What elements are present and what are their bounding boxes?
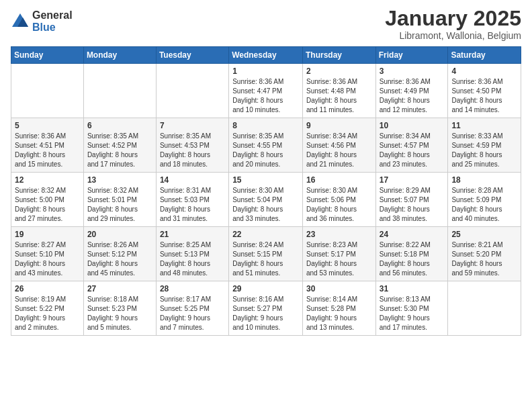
day-info: Sunrise: 8:35 AM Sunset: 4:55 PM Dayligh… (232, 132, 299, 169)
calendar-cell: 27Sunrise: 8:18 AM Sunset: 5:23 PM Dayli… (83, 281, 156, 336)
day-number: 12 (15, 175, 80, 185)
day-number: 30 (306, 284, 372, 293)
header: General Blue January 2025 Libramont, Wal… (11, 7, 521, 41)
calendar-week-4: 19Sunrise: 8:27 AM Sunset: 5:10 PM Dayli… (11, 227, 521, 281)
calendar-cell: 13Sunrise: 8:32 AM Sunset: 5:01 PM Dayli… (83, 173, 156, 227)
calendar-cell: 22Sunrise: 8:24 AM Sunset: 5:15 PM Dayli… (229, 227, 303, 281)
calendar-cell: 25Sunrise: 8:21 AM Sunset: 5:20 PM Dayli… (448, 227, 521, 281)
calendar-week-2: 5Sunrise: 8:36 AM Sunset: 4:51 PM Daylig… (11, 118, 521, 173)
calendar-cell: 7Sunrise: 8:35 AM Sunset: 4:53 PM Daylig… (156, 118, 228, 173)
calendar-cell: 29Sunrise: 8:16 AM Sunset: 5:27 PM Dayli… (229, 281, 303, 336)
day-number: 24 (380, 230, 445, 239)
day-number: 6 (87, 121, 152, 130)
calendar-cell: 23Sunrise: 8:23 AM Sunset: 5:17 PM Dayli… (302, 227, 375, 281)
logo-text: General Blue (32, 9, 73, 33)
day-number: 7 (160, 121, 225, 130)
day-number: 22 (232, 230, 299, 239)
day-info: Sunrise: 8:35 AM Sunset: 4:53 PM Dayligh… (160, 132, 225, 169)
day-info: Sunrise: 8:34 AM Sunset: 4:57 PM Dayligh… (380, 132, 445, 169)
day-info: Sunrise: 8:22 AM Sunset: 5:18 PM Dayligh… (380, 240, 445, 278)
calendar-header-tuesday: Tuesday (156, 47, 228, 64)
day-number: 26 (15, 284, 80, 293)
calendar-cell: 17Sunrise: 8:29 AM Sunset: 5:07 PM Dayli… (375, 173, 448, 227)
calendar-cell: 1Sunrise: 8:36 AM Sunset: 4:47 PM Daylig… (229, 64, 303, 118)
day-number: 14 (160, 175, 225, 185)
calendar-header-sunday: Sunday (11, 47, 84, 64)
day-info: Sunrise: 8:26 AM Sunset: 5:12 PM Dayligh… (87, 240, 152, 278)
title-block: January 2025 Libramont, Wallonia, Belgiu… (385, 7, 521, 41)
day-info: Sunrise: 8:36 AM Sunset: 4:47 PM Dayligh… (232, 77, 299, 115)
logo-blue: Blue (32, 21, 73, 34)
calendar-cell: 6Sunrise: 8:35 AM Sunset: 4:52 PM Daylig… (83, 118, 156, 173)
day-info: Sunrise: 8:13 AM Sunset: 5:30 PM Dayligh… (380, 295, 445, 332)
day-number: 9 (306, 121, 372, 130)
calendar: SundayMondayTuesdayWednesdayThursdayFrid… (11, 46, 521, 336)
calendar-cell: 9Sunrise: 8:34 AM Sunset: 4:56 PM Daylig… (302, 118, 375, 173)
calendar-cell: 31Sunrise: 8:13 AM Sunset: 5:30 PM Dayli… (375, 281, 448, 336)
day-number: 18 (451, 175, 517, 185)
day-info: Sunrise: 8:29 AM Sunset: 5:07 PM Dayligh… (380, 186, 445, 224)
calendar-cell: 4Sunrise: 8:36 AM Sunset: 4:50 PM Daylig… (448, 64, 521, 118)
calendar-header-thursday: Thursday (302, 47, 375, 64)
day-info: Sunrise: 8:24 AM Sunset: 5:15 PM Dayligh… (232, 240, 299, 278)
calendar-cell: 30Sunrise: 8:14 AM Sunset: 5:28 PM Dayli… (302, 281, 375, 336)
calendar-cell: 28Sunrise: 8:17 AM Sunset: 5:25 PM Dayli… (156, 281, 228, 336)
day-info: Sunrise: 8:32 AM Sunset: 5:01 PM Dayligh… (87, 186, 152, 224)
day-number: 5 (15, 121, 80, 130)
calendar-header-friday: Friday (375, 47, 448, 64)
day-info: Sunrise: 8:28 AM Sunset: 5:09 PM Dayligh… (451, 186, 517, 224)
day-info: Sunrise: 8:27 AM Sunset: 5:10 PM Dayligh… (15, 240, 80, 278)
calendar-week-5: 26Sunrise: 8:19 AM Sunset: 5:22 PM Dayli… (11, 281, 521, 336)
calendar-cell (83, 64, 156, 118)
calendar-cell (448, 281, 521, 336)
day-info: Sunrise: 8:36 AM Sunset: 4:48 PM Dayligh… (306, 77, 372, 115)
calendar-header-wednesday: Wednesday (229, 47, 303, 64)
calendar-cell (156, 64, 228, 118)
day-info: Sunrise: 8:35 AM Sunset: 4:52 PM Dayligh… (87, 132, 152, 169)
day-info: Sunrise: 8:19 AM Sunset: 5:22 PM Dayligh… (15, 295, 80, 332)
calendar-cell: 8Sunrise: 8:35 AM Sunset: 4:55 PM Daylig… (229, 118, 303, 173)
calendar-cell: 10Sunrise: 8:34 AM Sunset: 4:57 PM Dayli… (375, 118, 448, 173)
calendar-cell: 14Sunrise: 8:31 AM Sunset: 5:03 PM Dayli… (156, 173, 228, 227)
day-info: Sunrise: 8:18 AM Sunset: 5:23 PM Dayligh… (87, 295, 152, 332)
calendar-cell: 12Sunrise: 8:32 AM Sunset: 5:00 PM Dayli… (11, 173, 84, 227)
day-number: 10 (380, 121, 445, 130)
calendar-header-saturday: Saturday (448, 47, 521, 64)
calendar-cell: 18Sunrise: 8:28 AM Sunset: 5:09 PM Dayli… (448, 173, 521, 227)
page: General Blue January 2025 Libramont, Wal… (0, 0, 532, 411)
calendar-cell: 3Sunrise: 8:36 AM Sunset: 4:49 PM Daylig… (375, 64, 448, 118)
day-number: 23 (306, 230, 372, 239)
day-number: 29 (232, 284, 299, 293)
day-number: 11 (451, 121, 517, 130)
day-number: 1 (232, 66, 299, 76)
day-info: Sunrise: 8:17 AM Sunset: 5:25 PM Dayligh… (160, 295, 225, 332)
day-number: 28 (160, 284, 225, 293)
day-info: Sunrise: 8:21 AM Sunset: 5:20 PM Dayligh… (451, 240, 517, 278)
logo: General Blue (11, 9, 73, 33)
calendar-cell: 20Sunrise: 8:26 AM Sunset: 5:12 PM Dayli… (83, 227, 156, 281)
day-number: 13 (87, 175, 152, 185)
day-info: Sunrise: 8:30 AM Sunset: 5:06 PM Dayligh… (306, 186, 372, 224)
calendar-header-monday: Monday (83, 47, 156, 64)
day-number: 2 (306, 66, 372, 76)
day-info: Sunrise: 8:34 AM Sunset: 4:56 PM Dayligh… (306, 132, 372, 169)
calendar-cell: 24Sunrise: 8:22 AM Sunset: 5:18 PM Dayli… (375, 227, 448, 281)
calendar-cell: 16Sunrise: 8:30 AM Sunset: 5:06 PM Dayli… (302, 173, 375, 227)
day-info: Sunrise: 8:36 AM Sunset: 4:50 PM Dayligh… (451, 77, 517, 115)
calendar-cell: 19Sunrise: 8:27 AM Sunset: 5:10 PM Dayli… (11, 227, 84, 281)
calendar-cell (11, 64, 84, 118)
logo-general: General (32, 9, 73, 21)
day-info: Sunrise: 8:33 AM Sunset: 4:59 PM Dayligh… (451, 132, 517, 169)
day-number: 27 (87, 284, 152, 293)
day-number: 15 (232, 175, 299, 185)
day-number: 20 (87, 230, 152, 239)
day-info: Sunrise: 8:25 AM Sunset: 5:13 PM Dayligh… (160, 240, 225, 278)
day-number: 25 (451, 230, 517, 239)
day-info: Sunrise: 8:23 AM Sunset: 5:17 PM Dayligh… (306, 240, 372, 278)
day-number: 19 (15, 230, 80, 239)
calendar-header-row: SundayMondayTuesdayWednesdayThursdayFrid… (11, 47, 521, 64)
day-info: Sunrise: 8:31 AM Sunset: 5:03 PM Dayligh… (160, 186, 225, 224)
day-number: 21 (160, 230, 225, 239)
day-number: 3 (380, 66, 445, 76)
day-number: 16 (306, 175, 372, 185)
